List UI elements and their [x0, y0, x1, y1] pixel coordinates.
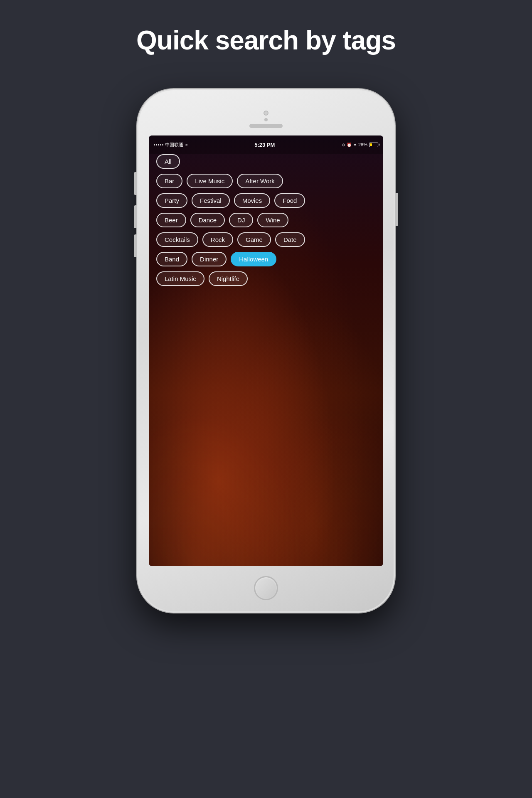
battery-icon [369, 143, 378, 147]
tag-cocktails[interactable]: Cocktails [156, 232, 198, 247]
wifi-icon: ≈ [185, 142, 188, 148]
status-right: ⊙ ⏰ ✶ 28% [342, 142, 378, 147]
speaker-grill [249, 124, 283, 128]
tag-latin-music[interactable]: Latin Music [156, 271, 204, 286]
tags-row-7: Latin Music Nightlife [156, 271, 376, 286]
tags-row-2: Bar Live Music After Work [156, 174, 376, 188]
crowd-overlay [149, 286, 383, 566]
tag-festival[interactable]: Festival [192, 193, 230, 208]
target-icon: ⊙ [342, 143, 345, 147]
tag-dinner[interactable]: Dinner [192, 252, 227, 266]
battery-percent: 28% [358, 142, 367, 147]
home-button[interactable] [254, 576, 278, 600]
speaker-dot [264, 118, 268, 121]
tag-game[interactable]: Game [237, 232, 271, 247]
tag-movies[interactable]: Movies [234, 193, 271, 208]
tag-wine[interactable]: Wine [257, 213, 288, 227]
phone-mockup: 中国联通 ≈ 5:23 PM ⊙ ⏰ ✶ 28% [137, 89, 395, 613]
tag-dance[interactable]: Dance [190, 213, 225, 227]
tags-area: All Bar Live Music After Work Party Fest… [149, 154, 383, 291]
bluetooth-icon: ✶ [353, 143, 357, 147]
phone-shell: 中国联通 ≈ 5:23 PM ⊙ ⏰ ✶ 28% [137, 89, 395, 613]
page-title: Quick search by tags [136, 25, 396, 56]
tag-party[interactable]: Party [156, 193, 187, 208]
carrier-label: 中国联通 [165, 142, 183, 148]
tags-row-4: Beer Dance DJ Wine [156, 213, 376, 227]
camera [264, 111, 268, 116]
tag-live-music[interactable]: Live Music [187, 174, 233, 188]
alarm-icon: ⏰ [347, 143, 352, 147]
phone-top [249, 111, 283, 128]
status-left: 中国联通 ≈ [154, 142, 188, 148]
tags-row-1: All [156, 154, 376, 169]
tag-food[interactable]: Food [274, 193, 305, 208]
tag-rock[interactable]: Rock [202, 232, 233, 247]
tag-after-work[interactable]: After Work [237, 174, 283, 188]
time-display: 5:23 PM [254, 142, 275, 148]
tag-halloween[interactable]: Halloween [231, 252, 276, 266]
tag-all[interactable]: All [156, 154, 180, 169]
tag-beer[interactable]: Beer [156, 213, 186, 227]
tag-band[interactable]: Band [156, 252, 187, 266]
tags-row-3: Party Festival Movies Food [156, 193, 376, 208]
tag-date[interactable]: Date [275, 232, 305, 247]
tag-bar[interactable]: Bar [156, 174, 182, 188]
tags-row-5: Cocktails Rock Game Date [156, 232, 376, 247]
tags-row-6: Band Dinner Halloween [156, 252, 376, 266]
phone-screen: 中国联通 ≈ 5:23 PM ⊙ ⏰ ✶ 28% [149, 135, 383, 566]
status-bar: 中国联通 ≈ 5:23 PM ⊙ ⏰ ✶ 28% [149, 135, 383, 154]
tag-dj[interactable]: DJ [229, 213, 253, 227]
tag-nightlife[interactable]: Nightlife [209, 271, 248, 286]
signal-icon [154, 144, 163, 145]
